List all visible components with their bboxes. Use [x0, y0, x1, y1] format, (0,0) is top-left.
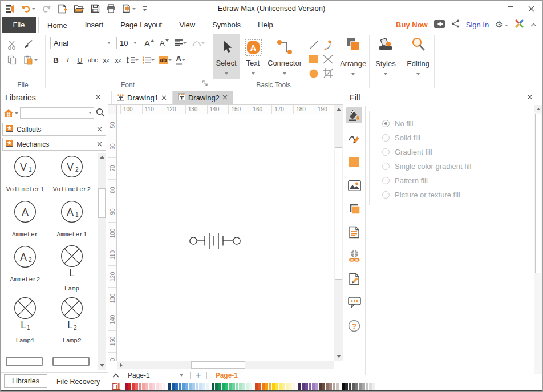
- font-name-select[interactable]: Arial: [50, 37, 114, 49]
- redo-button[interactable]: [40, 2, 52, 15]
- color-swatch[interactable]: [202, 383, 205, 390]
- add-page-button[interactable]: +: [196, 370, 201, 380]
- color-swatch[interactable]: [286, 383, 289, 390]
- line-spacing-button[interactable]: [124, 54, 140, 66]
- export-dropdown-icon[interactable]: [132, 8, 136, 10]
- customize-toolbar-button[interactable]: [141, 2, 149, 15]
- color-swatch[interactable]: [293, 383, 295, 390]
- color-swatch[interactable]: [359, 383, 362, 390]
- library-section-mechanics[interactable]: Mechanics: [2, 138, 106, 151]
- color-swatch[interactable]: [336, 383, 339, 390]
- color-swatch[interactable]: [319, 383, 322, 390]
- text-highlight-button[interactable]: ab: [157, 54, 173, 66]
- line-tool-button[interactable]: [307, 38, 320, 52]
- paste-dropdown-icon[interactable]: [34, 59, 38, 61]
- color-swatch[interactable]: [242, 383, 245, 390]
- library-symbol-ammeter[interactable]: AAmmeter: [2, 200, 48, 238]
- drawing-canvas[interactable]: [117, 114, 334, 361]
- color-swatch[interactable]: [315, 383, 318, 390]
- library-section-close-icon[interactable]: [97, 127, 103, 132]
- paste-button[interactable]: [23, 55, 40, 65]
- color-swatch[interactable]: [199, 383, 202, 390]
- color-swatch[interactable]: [246, 383, 249, 390]
- color-swatch[interactable]: [149, 383, 152, 390]
- libraries-panel-close-icon[interactable]: [95, 94, 101, 100]
- search-icon[interactable]: [96, 108, 105, 119]
- color-swatch[interactable]: [369, 383, 372, 390]
- radio-solid-fill[interactable]: [382, 134, 390, 142]
- color-swatch[interactable]: [212, 383, 214, 390]
- settings-gear-icon[interactable]: ⚙: [495, 20, 508, 29]
- close-tab-icon[interactable]: [161, 95, 167, 101]
- undo-dropdown-icon[interactable]: [32, 8, 35, 10]
- color-swatch[interactable]: [179, 383, 181, 390]
- fill-option-pattern-fill[interactable]: Pattern fill: [382, 173, 532, 188]
- library-symbol-ammeter2[interactable]: A2Ammeter2: [2, 245, 48, 290]
- color-swatch[interactable]: [215, 383, 218, 390]
- open-button[interactable]: [72, 2, 86, 15]
- color-swatch[interactable]: [333, 383, 335, 390]
- library-symbol[interactable]: [2, 357, 48, 369]
- color-swatch[interactable]: [279, 383, 282, 390]
- fill-panel-close-icon[interactable]: [527, 94, 533, 100]
- color-swatch[interactable]: [128, 383, 131, 390]
- color-swatch[interactable]: [189, 383, 192, 390]
- library-scrollbar[interactable]: [98, 153, 106, 370]
- document-tab-drawing1[interactable]: Drawing1: [111, 91, 173, 104]
- undo-button[interactable]: [20, 2, 37, 15]
- color-swatch[interactable]: [298, 383, 301, 390]
- shrink-font-button[interactable]: A: [158, 37, 171, 49]
- color-swatch[interactable]: [302, 383, 305, 390]
- arc-tool-button[interactable]: [322, 38, 334, 52]
- scroll-up-icon[interactable]: [98, 153, 106, 161]
- library-symbol-voltmeter1[interactable]: V1Voltmeter1: [2, 155, 48, 193]
- color-swatch[interactable]: [269, 383, 272, 390]
- color-swatch[interactable]: [206, 383, 209, 390]
- scroll-up-icon[interactable]: [534, 105, 542, 112]
- battery-cell-symbol[interactable]: [188, 227, 242, 254]
- fill-option-picture-or-texture-fill[interactable]: Picture or texture fill: [382, 188, 532, 202]
- ellipse-tool-button[interactable]: [307, 66, 320, 80]
- fill-option-no-fill[interactable]: No fill: [382, 116, 532, 131]
- send-icon[interactable]: [434, 20, 445, 30]
- color-swatch[interactable]: [182, 383, 185, 390]
- color-swatch[interactable]: [132, 383, 135, 390]
- panel-tab-file-recovery[interactable]: File Recovery: [49, 375, 107, 388]
- arrange-button[interactable]: Arrange: [337, 33, 369, 90]
- color-swatch[interactable]: [152, 383, 155, 390]
- library-symbol-lamp1[interactable]: L1Lamp1: [2, 297, 48, 344]
- scroll-right-icon[interactable]: [117, 361, 125, 369]
- color-swatch[interactable]: [156, 383, 159, 390]
- color-swatch[interactable]: [229, 383, 232, 390]
- color-swatch[interactable]: [172, 383, 175, 390]
- color-swatch[interactable]: [159, 383, 162, 390]
- line-style-tool-icon[interactable]: [346, 131, 362, 147]
- library-section-close-icon[interactable]: [97, 142, 103, 147]
- radio-picture-or-texture-fill[interactable]: [382, 191, 390, 199]
- color-swatch[interactable]: [289, 383, 292, 390]
- grow-font-button[interactable]: A: [143, 37, 156, 49]
- document-tab-drawing2[interactable]: Drawing2: [173, 91, 233, 104]
- color-swatch[interactable]: [349, 383, 351, 390]
- color-swatch[interactable]: [362, 383, 365, 390]
- connector-tool-button[interactable]: Connector: [266, 34, 303, 79]
- color-swatch[interactable]: [282, 383, 285, 390]
- fill-option-solid-fill[interactable]: Solid fill: [382, 131, 532, 145]
- minimize-button[interactable]: [480, 1, 500, 17]
- color-swatch[interactable]: [196, 383, 198, 390]
- color-swatch[interactable]: [145, 383, 148, 390]
- page-select-dropdown-icon[interactable]: [180, 374, 183, 377]
- help-tool-icon[interactable]: ?: [346, 318, 362, 334]
- sign-in-link[interactable]: Sign In: [466, 21, 489, 29]
- print-button[interactable]: [105, 2, 117, 15]
- bullet-list-button[interactable]: [141, 54, 156, 66]
- comment-tool-icon[interactable]: [346, 294, 362, 310]
- scroll-up-icon[interactable]: [334, 105, 343, 114]
- pages-collapse-icon[interactable]: [112, 373, 119, 378]
- page-settings-tool-icon[interactable]: [346, 224, 362, 240]
- color-swatch[interactable]: [125, 383, 128, 390]
- fill-tool-icon[interactable]: [346, 107, 362, 123]
- color-swatch[interactable]: [265, 383, 268, 390]
- color-swatch[interactable]: [262, 383, 265, 390]
- library-symbol[interactable]: [48, 357, 95, 369]
